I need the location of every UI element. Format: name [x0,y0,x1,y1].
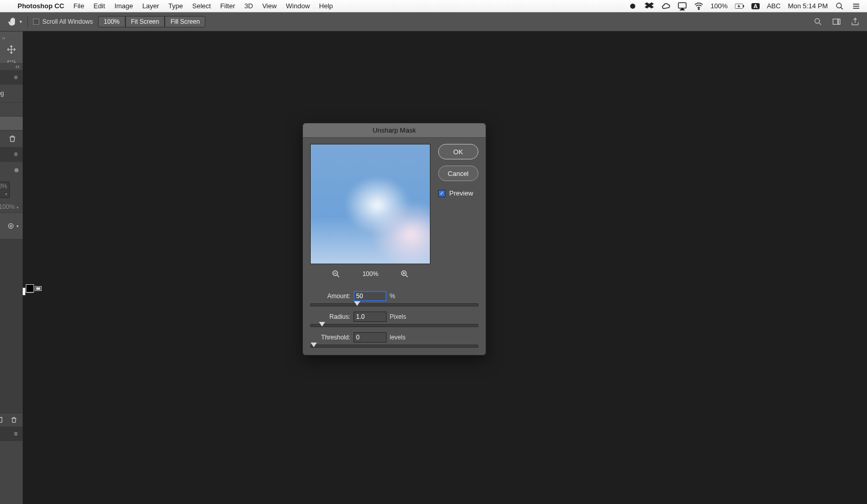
layers-empty-area [0,239,23,413]
filter-preview[interactable] [310,144,430,264]
radius-label: Radius: [310,313,350,320]
layers-menu-icon[interactable]: ≡ [14,151,21,158]
menu-help[interactable]: Help [319,2,333,10]
svg-point-39 [10,225,12,227]
fit-screen-button[interactable]: Fit Screen [125,16,165,27]
spotlight-icon[interactable] [835,2,844,11]
svg-rect-4 [743,5,744,7]
history-step-open[interactable]: Open [0,102,23,116]
search-icon[interactable] [813,17,823,26]
svg-point-6 [815,19,820,23]
tray-icon-wifi[interactable] [694,2,703,11]
svg-rect-1 [678,3,686,8]
svg-point-0 [630,4,635,9]
dialog-title[interactable]: Unsharp Mask [303,123,486,138]
new-layer-icon[interactable] [0,416,3,424]
amount-label: Amount: [310,292,350,300]
trash-icon[interactable] [8,135,17,143]
app-name[interactable]: Photoshop CC [18,2,64,10]
screen-mode-icon[interactable] [34,282,42,296]
right-panel: × ‹‹ History Histogram ≡ Sakura Flower-b… [0,63,23,504]
amount-unit: % [390,292,395,300]
menu-icon[interactable] [852,2,861,11]
svg-rect-20 [36,287,40,289]
svg-point-2 [698,8,699,9]
menu-view[interactable]: View [262,2,277,10]
menu-type[interactable]: Type [168,2,183,10]
cancel-button[interactable]: Cancel [438,166,478,181]
threshold-label: Threshold: [310,334,350,341]
threshold-slider[interactable] [310,345,478,348]
menu-edit[interactable]: Edit [93,2,105,10]
radius-unit: Pixels [390,313,406,320]
menu-select[interactable]: Select [192,2,211,10]
svg-rect-8 [839,19,840,25]
layer-row[interactable]: Layer 0 ▾ [0,213,23,239]
threshold-unit: levels [390,334,406,341]
svg-point-38 [8,223,13,228]
radius-slider[interactable] [310,324,478,327]
preview-label: Preview [449,189,473,197]
menu-3d[interactable]: 3D [245,2,253,10]
threshold-input[interactable] [354,332,387,343]
share-icon[interactable] [850,17,860,26]
tray-icon-airplay[interactable] [678,2,687,11]
ok-button[interactable]: OK [438,144,478,159]
preview-checkbox[interactable]: ✓ Preview [438,189,478,197]
scroll-all-checkbox[interactable]: Scroll All Windows [33,18,93,25]
move-tool[interactable] [4,42,19,57]
options-bar: ▾ Scroll All Windows 100% Fit Screen Fil… [0,12,867,31]
radius-input[interactable] [354,312,387,322]
amount-slider[interactable] [310,303,478,306]
filter-toggle-icon[interactable] [14,168,19,172]
menu-image[interactable]: Image [115,2,133,10]
mac-menubar: Photoshop CC File Edit Image Layer Type … [0,0,867,12]
opacity-value[interactable]: 100% ▾ [0,182,10,198]
expand-toolbar-icon[interactable]: ›› [0,35,7,42]
menu-filter[interactable]: Filter [220,2,235,10]
snapshot-name[interactable]: Sakura Flower-before (1).jpg [0,90,4,97]
menu-window[interactable]: Window [286,2,310,10]
tray-icon-cloud[interactable] [661,2,670,11]
add-adjustment-label: Add an adjustment [0,441,23,457]
svg-rect-7 [833,19,838,25]
history-step-convert[interactable]: Convert to Smart Object [0,116,23,130]
zoom-in-icon[interactable] [400,269,409,279]
tray-icon-dropbox[interactable] [645,2,654,11]
workspace-icon[interactable] [832,17,841,26]
layer-filter-icon[interactable]: ▾ [7,222,19,230]
clock[interactable]: Mon 5:14 PM [788,2,828,10]
fill-value[interactable]: 100% ▾ [0,203,19,210]
toolbox: ›› T ··· Unsharp Mask 100% [0,31,23,504]
battery-icon[interactable] [735,2,744,11]
adj-menu-icon[interactable]: ≡ [14,430,21,437]
current-tool-hand[interactable]: ▾ [7,17,22,27]
svg-point-5 [837,3,841,8]
fill-screen-button[interactable]: Fill Screen [165,16,205,27]
tray-icon-dot[interactable] [628,2,637,11]
zoom-out-icon[interactable] [331,269,341,279]
amount-input[interactable] [354,291,387,301]
menu-layer[interactable]: Layer [142,2,159,10]
history-menu-icon[interactable]: ≡ [14,74,21,81]
zoom-percent-button[interactable]: 100% [98,16,125,27]
input-source[interactable]: ABC [767,2,781,10]
keyboard-indicator[interactable]: A [751,3,760,9]
svg-rect-43 [0,417,2,422]
menu-file[interactable]: File [73,2,84,10]
delete-layer-icon[interactable] [10,416,18,424]
collapse-panels-icon[interactable]: ‹‹ [15,63,20,70]
scroll-label: Scroll All Windows [42,18,93,25]
battery-percent: 100% [711,2,728,10]
unsharp-mask-dialog: Unsharp Mask 100% OK Cancel ✓ Preview [302,123,486,355]
zoom-value: 100% [362,270,378,278]
